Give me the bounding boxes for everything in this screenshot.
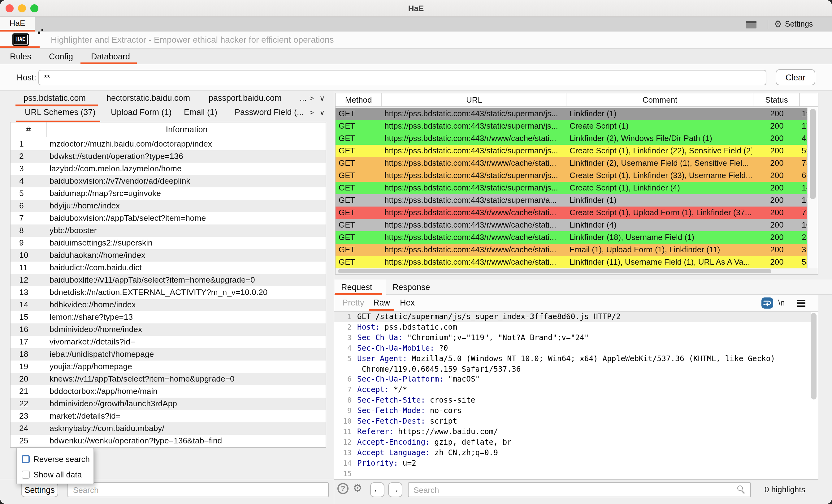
request-line[interactable]: 9Sec-Fetch-Mode: no-cors [334, 406, 811, 416]
table-row[interactable]: 9baiduimsettings2://superskin [10, 237, 326, 249]
table-row[interactable]: 23market://details?id= [10, 410, 326, 422]
table-row[interactable]: 25bdwenku://wenku/operation?type=136&tab… [10, 435, 326, 447]
left-search-input[interactable] [68, 482, 329, 497]
tab-pretty[interactable]: Pretty [342, 295, 364, 312]
table-row[interactable]: 1mzdoctor://muzhi.baidu.com/doctorapp/in… [10, 138, 326, 150]
tab-password-field[interactable]: Password Field (... [235, 108, 304, 117]
column-header-status[interactable]: Status [754, 93, 800, 106]
editor-scrollbar[interactable] [811, 313, 817, 477]
request-row[interactable]: GEThttps://pss.bdstatic.com:443/r/www/ca… [336, 231, 818, 244]
request-line[interactable]: 6Sec-Ch-Ua-Platform: "macOS" [334, 374, 811, 385]
newline-toggle-icon[interactable]: \n [778, 295, 785, 312]
request-row[interactable]: GEThttps://pss.bdstatic.com:443/static/s… [336, 145, 818, 157]
request-row[interactable]: GEThttps://pss.bdstatic.com:443/r/www/ca… [336, 219, 818, 231]
editor-search-input[interactable] [408, 482, 751, 497]
tab-request[interactable]: Request [341, 280, 372, 295]
word-wrap-icon[interactable] [761, 298, 773, 309]
request-row[interactable]: GEThttps://pss.bdstatic.com:443/static/s… [336, 120, 818, 132]
tab-databoard[interactable]: Databoard [91, 49, 130, 64]
request-row[interactable]: GEThttps://pss.bdstatic.com:443/static/s… [336, 182, 818, 194]
tab-config[interactable]: Config [49, 49, 73, 64]
settings-button[interactable]: Settings [785, 17, 813, 31]
request-line[interactable]: 13Accept-Language: zh-CN,zh;q=0.9 [334, 448, 811, 458]
tab-upload-form[interactable]: Upload Form (1) [111, 108, 172, 117]
request-line[interactable]: 2Host: pss.bdstatic.com [334, 322, 811, 333]
request-row[interactable]: GEThttps://pss.bdstatic.com:443/r/www/ca… [336, 256, 818, 269]
vertical-scrollbar[interactable] [807, 108, 818, 270]
reverse-search-option[interactable]: Reverse search [22, 454, 90, 464]
table-row[interactable]: 13bdnetdisk://n/action.EXTERNAL_ACTIVITY… [10, 286, 326, 299]
menu-icon[interactable] [797, 300, 805, 307]
table-row[interactable]: 22bdminivideo://growth/launch3rdApp [10, 398, 326, 410]
help-icon[interactable]: ? [337, 483, 348, 494]
request-row[interactable]: GEThttps://pss.bdstatic.com:443/static/s… [336, 169, 818, 182]
table-row[interactable]: 14bdhkvideo://home/index [10, 299, 326, 311]
request-line[interactable]: 3Sec-Ch-Ua: "Chromium";v="119", "Not?A_B… [334, 333, 811, 343]
column-header-method[interactable]: Method [336, 93, 382, 106]
table-row[interactable]: 16bdminivideo://home/index [10, 324, 326, 336]
chevron-right-icon[interactable]: > [310, 94, 314, 103]
request-line[interactable]: 14Priority: u=2 [334, 458, 811, 469]
table-row[interactable]: 10baiduhaokan://home/index [10, 249, 326, 261]
request-line[interactable]: 12Accept-Encoding: gzip, deflate, br [334, 437, 811, 448]
tab-host-passport[interactable]: passport.baidu.com [209, 93, 282, 103]
column-header-information[interactable]: Information [48, 122, 326, 137]
table-row[interactable]: 7baiduboxvision://appTab/select?item=hom… [10, 212, 326, 224]
request-line[interactable]: 1GET /static/superman/js/s_super_index-3… [334, 312, 811, 322]
chevron-right-icon[interactable]: > [310, 108, 314, 117]
scrollbar-thumb[interactable] [811, 313, 816, 399]
request-row[interactable]: GEThttps://pss.bdstatic.com:443/static/s… [336, 194, 818, 206]
table-settings-button[interactable]: Settings [21, 482, 58, 497]
gear-icon[interactable]: ⚙ [774, 19, 782, 30]
table-row[interactable]: 19youjia://app/homepage [10, 361, 326, 373]
table-row[interactable]: 8ybb://booster [10, 224, 326, 237]
tab-url-schemes[interactable]: URL Schemes (37) [25, 108, 96, 117]
table-row[interactable]: 4baiduboxvision://v7/vendor/ad/deeplink [10, 175, 326, 187]
table-row[interactable]: 12baiduboxlite://v11/appTab/select?item=… [10, 274, 326, 286]
horizontal-scrollbar[interactable] [336, 269, 818, 274]
checkbox-icon[interactable] [22, 470, 30, 478]
request-row[interactable]: GEThttps://pss.bdstatic.com:443/r/www/ca… [336, 132, 818, 145]
request-row[interactable]: GEThttps://pss.bdstatic.com:443/r/www/ca… [336, 206, 818, 219]
table-row[interactable]: 24askmybaby://com.baidu.mbaby/ [10, 422, 326, 435]
request-row[interactable]: GEThttps://pss.bdstatic.com:443/r/www/ca… [336, 157, 818, 169]
table-row[interactable]: 15lemon://share?type=13 [10, 311, 326, 324]
request-line[interactable]: 4Sec-Ch-Ua-Mobile: ?0 [334, 343, 811, 354]
tab-host-more[interactable]: ... [300, 93, 307, 103]
table-row[interactable]: 21bddoctorbox://app/home/main [10, 385, 326, 398]
table-row[interactable]: 2bdwkst://student/operation?type=136 [10, 150, 326, 163]
tab-email[interactable]: Email (1) [184, 108, 217, 117]
table-row[interactable]: 18ieba://unidispatch/homepage [10, 348, 326, 361]
checkbox-icon[interactable] [22, 455, 30, 463]
tab-hex[interactable]: Hex [400, 295, 415, 312]
search-prev-button[interactable]: ← [370, 482, 384, 497]
tab-rules[interactable]: Rules [10, 49, 31, 64]
request-line[interactable]: 15 [334, 469, 811, 479]
splitter-handle[interactable]: ●●● [334, 275, 832, 280]
scrollbar-thumb[interactable] [810, 109, 816, 199]
scrollbar-thumb[interactable] [338, 269, 771, 273]
request-line[interactable]: 5User-Agent: Mozilla/5.0 (Windows NT 10.… [334, 354, 811, 374]
layout-panel-icon[interactable] [746, 21, 756, 28]
table-row[interactable]: 11baidudict://com.baidu.dict [10, 261, 326, 274]
request-line[interactable]: 11Referer: https://www.baidu.com/ [334, 427, 811, 437]
column-header-comment[interactable]: Comment [567, 93, 753, 106]
table-row[interactable]: 6bdyiju://home/index [10, 200, 326, 212]
tab-response[interactable]: Response [392, 280, 430, 295]
chevron-down-icon[interactable]: ∨ [319, 108, 325, 117]
request-row[interactable]: GEThttps://pss.bdstatic.com:443/static/s… [336, 108, 818, 120]
request-line[interactable]: 10Sec-Fetch-Dest: script [334, 416, 811, 427]
request-editor[interactable]: 1GET /static/superman/js/s_super_index-3… [334, 312, 818, 479]
clear-button[interactable]: Clear [776, 69, 815, 85]
request-line[interactable]: 7Accept: */* [334, 385, 811, 395]
search-settings-gear-icon[interactable]: ⚙ [353, 482, 362, 495]
tab-host-hectorstatic[interactable]: hectorstatic.baidu.com [106, 93, 190, 103]
column-header-url[interactable]: URL [383, 93, 567, 106]
request-row[interactable]: GEThttps://pss.bdstatic.com:443/r/www/ca… [336, 244, 818, 256]
table-row[interactable]: 5baidumap://map?src=uginvoke [10, 187, 326, 200]
table-row[interactable]: 17vivomarket://details?id= [10, 336, 326, 348]
table-row[interactable]: 3lazybd://com.melon.lazymelon/home [10, 163, 326, 175]
show-all-data-option[interactable]: Show all data [22, 469, 82, 479]
tab-hae[interactable]: HaE [0, 17, 35, 31]
chevron-down-icon[interactable]: ∨ [319, 94, 325, 103]
